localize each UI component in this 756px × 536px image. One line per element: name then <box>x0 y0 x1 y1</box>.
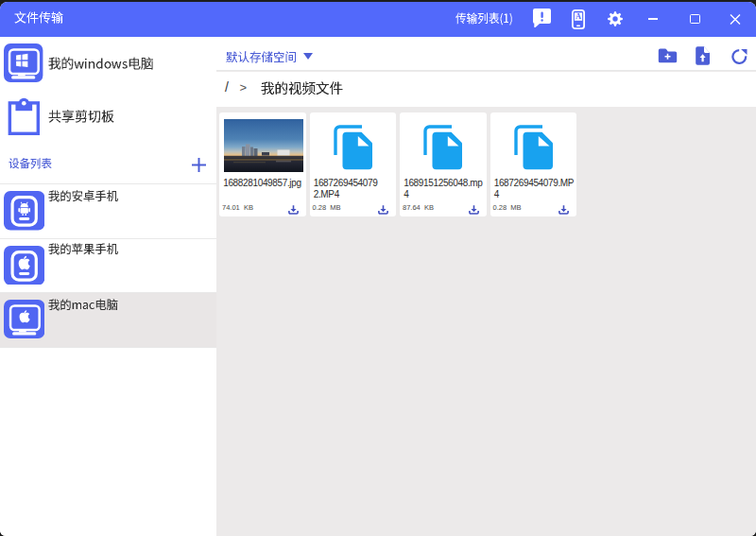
svg-text:A: A <box>576 12 581 21</box>
